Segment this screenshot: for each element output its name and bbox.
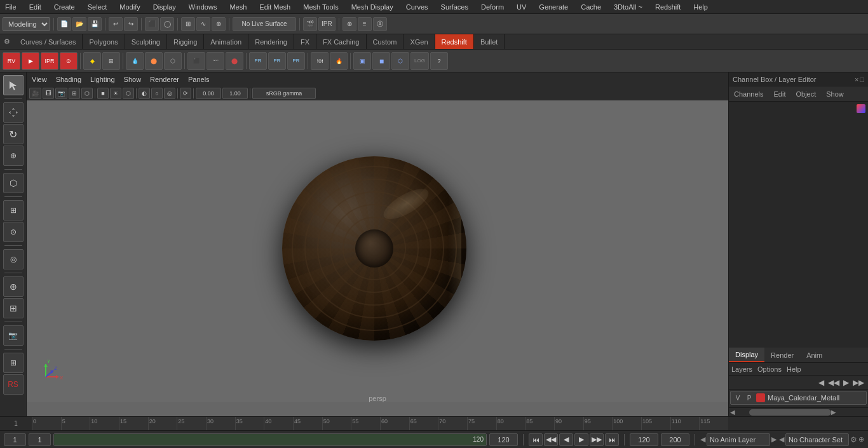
plus-btn[interactable]: ⊕ [3,276,24,297]
snap-point-btn[interactable]: ⊕ [212,17,226,31]
save-scene-btn[interactable]: 💾 [88,17,102,31]
range-end-input[interactable] [489,433,518,446]
shelf-cube-btn[interactable]: ⬛ [187,52,205,70]
timeline-ticks[interactable]: 0510152025303540455055606570758085909510… [32,417,728,430]
scroll-right-btn[interactable]: ▶ [831,409,836,416]
grid-btn[interactable]: ⊞ [3,353,24,373]
menu-mesh-tools[interactable]: Mesh Tools [301,0,341,13]
current-frame-input[interactable] [4,433,26,446]
shelf-dinner-btn[interactable]: 🍽 [311,52,329,70]
lasso-btn[interactable]: ◯ [160,17,174,31]
tab-bullet[interactable]: Bullet [474,34,505,49]
vp-wire-btn[interactable]: ⬡ [81,88,93,99]
char-set-arrow[interactable]: ◀ [779,435,784,444]
vp-menu-shading[interactable]: Shading [53,76,84,83]
tab-curves-surfaces[interactable]: Curves / Surfaces [14,34,83,49]
layer-tab-anim[interactable]: Anim [800,348,829,362]
undo-btn[interactable]: ↩ [109,17,123,31]
shelf-pr1-btn[interactable]: PR [249,52,267,70]
char-set-add[interactable]: ⊕ [858,435,864,444]
redshift-icon-btn[interactable]: RS [3,374,24,395]
tab-polygons[interactable]: Polygons [83,34,125,49]
right-panel-close-icon[interactable]: × [855,76,858,83]
menu-display[interactable]: Display [151,0,179,13]
char-set-settings[interactable]: ⚙ [850,435,857,444]
transform-btn[interactable]: ⊕ [342,17,356,31]
shelf-mat2-btn[interactable]: ◼ [372,52,390,70]
menu-edit[interactable]: Edit [27,0,44,13]
prev-frame-btn[interactable]: ◀ [559,433,573,446]
menu-select[interactable]: Select [85,0,110,13]
tab-fx-caching[interactable]: FX Caching [316,34,366,49]
tab-channels[interactable]: Channels [729,86,768,101]
menu-surfaces[interactable]: Surfaces [438,0,471,13]
shelf-pr2-btn[interactable]: PR [268,52,286,70]
tab-rigging[interactable]: Rigging [167,34,204,49]
layer-pref-toggle[interactable]: P [745,395,754,402]
vp-menu-lighting[interactable]: Lighting [88,76,118,83]
prev-frame-step-btn[interactable]: ◀◀ [544,433,558,446]
vp-isolate-btn[interactable]: ◎ [164,88,175,99]
shelf-flame-btn[interactable]: 🔥 [330,52,348,70]
vp-colorspace-btn[interactable]: sRGB gamma [252,88,316,99]
layer-menu-help[interactable]: Help [787,365,801,373]
vp-film-btn[interactable]: 🎞 [43,88,54,99]
tab-sculpting[interactable]: Sculpting [125,34,167,49]
poly-btn[interactable]: ⬡ [3,173,24,193]
vp-tex-btn[interactable]: ⬡ [123,88,134,99]
menu-3dtoall[interactable]: 3DtoAll ~ [611,0,645,13]
layer-tab-display[interactable]: Display [729,348,764,362]
menu-windows[interactable]: Windows [186,0,220,13]
shelf-rv-btn[interactable]: RV [3,52,20,70]
menu-uv[interactable]: UV [514,0,529,13]
snap-grid-btn[interactable]: ⊞ [181,17,195,31]
vp-menu-renderer[interactable]: Renderer [147,76,182,83]
rotate-tool-btn[interactable]: ↻ [3,124,24,144]
live-surface-btn[interactable]: No Live Surface [233,17,296,31]
shelf-diamond-btn[interactable]: ◆ [83,52,101,70]
menu-mesh[interactable]: Mesh [227,0,249,13]
shelf-grid-btn[interactable]: ⊞ [102,52,120,70]
layer-tab-render[interactable]: Render [764,348,800,362]
shelf-icon1[interactable]: ▶ [22,52,39,70]
anim-layer-arrow2[interactable]: ▶ [771,435,776,444]
menu-help[interactable]: Help [691,0,710,13]
menu-mesh-display[interactable]: Mesh Display [349,0,396,13]
tab-show[interactable]: Show [821,86,849,101]
shelf-hex-btn[interactable]: ⬡ [164,52,182,70]
channel-box-btn[interactable]: ≡ [358,17,372,31]
vp-menu-panels[interactable]: Panels [186,76,212,83]
attribute-editor-btn[interactable]: Ⓐ [373,17,387,31]
layer-row-maya-calendar[interactable]: V P Maya_Calendar_Metall [730,391,867,405]
prev-frame-skip-btn[interactable]: ⏮ [529,433,543,446]
minus-btn[interactable]: ⊞ [3,298,24,318]
layer-icon-4[interactable]: ▶▶ [851,378,865,387]
shelf-help-btn[interactable]: ? [430,52,448,70]
shelf-icon2[interactable]: ⊙ [60,52,78,70]
shelf-sphere-btn[interactable]: ⬤ [145,52,163,70]
new-scene-btn[interactable]: 📄 [57,17,71,31]
vp-color-btn[interactable]: ■ [97,88,109,99]
open-scene-btn[interactable]: 📂 [72,17,86,31]
ipr-btn[interactable]: IPR [318,17,336,31]
select-tool-btn[interactable] [3,75,24,95]
vp-anim-btn[interactable]: ⟳ [180,88,191,99]
right-panel-expand-icon[interactable]: □ [860,76,864,83]
layer-menu-options[interactable]: Options [757,365,782,373]
shelf-log-btn[interactable]: LOG [410,52,429,70]
menu-generate[interactable]: Generate [536,0,571,13]
shelf-mat1-btn[interactable]: ▣ [353,52,371,70]
menu-redshift[interactable]: Redshift [653,0,683,13]
isolate-btn[interactable]: ◎ [3,249,24,269]
scrollbar-thumb[interactable] [749,409,831,416]
vp-cam2-btn[interactable]: 📷 [55,88,67,99]
select-btn[interactable]: ⬛ [145,17,159,31]
shelf-ball-btn[interactable]: ⬤ [226,52,243,70]
color-swatch[interactable] [857,104,865,113]
tab-custom[interactable]: Custom [367,34,404,49]
workspace-dropdown[interactable]: Modeling [3,17,50,31]
play-fwd-btn[interactable]: ▶ [574,433,588,446]
vp-cam-btn[interactable]: 🎥 [29,88,41,99]
vp-grid-btn[interactable]: ⊞ [69,88,80,99]
shelf-wave-btn[interactable]: 〰 [207,52,224,70]
